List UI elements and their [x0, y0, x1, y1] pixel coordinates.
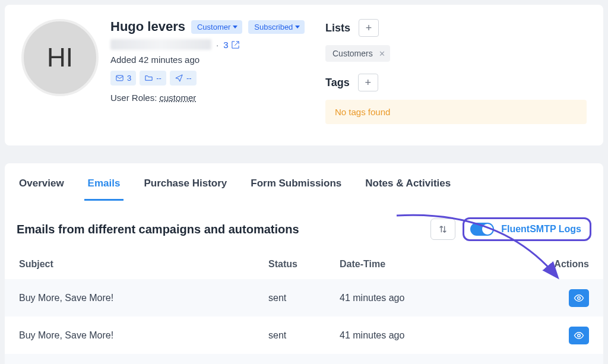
table-row: Buy More, Save More! sent 41 minutes ago	[5, 316, 603, 354]
svg-point-2	[578, 297, 581, 300]
profile-main: Hugo levers Customer Subscribed · 3 Adde…	[110, 19, 314, 124]
svg-point-3	[578, 334, 581, 337]
lists-items: Customers ✕	[325, 45, 587, 62]
stat-pills: 3 -- --	[110, 71, 314, 86]
name-row: Hugo levers Customer Subscribed	[110, 19, 314, 34]
list-chip-label: Customers	[332, 49, 373, 58]
tags-header: Tags +	[325, 74, 587, 91]
external-link[interactable]: 3	[223, 40, 239, 50]
th-status: Status	[268, 259, 340, 270]
tabs-card: Overview Emails Purchase History Form Su…	[5, 163, 603, 364]
table-row: Buy More, Save More! sent 41 minutes ago	[5, 279, 603, 316]
sort-icon	[438, 224, 448, 234]
th-datetime: Date-Time	[340, 259, 506, 270]
th-actions: Actions	[506, 259, 589, 270]
tab-purchase-history[interactable]: Purchase History	[140, 173, 230, 201]
cell-datetime: 41 minutes ago	[340, 293, 506, 303]
contact-type-label: Customer	[197, 23, 230, 31]
view-button[interactable]	[569, 327, 589, 344]
table-row: Welcome to [Your Company] sent 41 minute…	[5, 354, 603, 364]
cell-status: sent	[268, 330, 340, 341]
close-icon[interactable]: ✕	[379, 49, 385, 58]
stat-mail-count: 3	[127, 74, 131, 83]
tab-overview[interactable]: Overview	[15, 173, 68, 201]
user-roles-label: User Roles:	[110, 93, 157, 103]
contact-type-badge[interactable]: Customer	[191, 20, 242, 34]
tab-form-submissions[interactable]: Form Submissions	[247, 173, 345, 201]
list-chip[interactable]: Customers ✕	[325, 45, 390, 62]
fluentsmtp-toggle[interactable]: FluentSMTP Logs	[463, 217, 591, 241]
tab-notes-activities[interactable]: Notes & Activities	[362, 173, 454, 201]
caret-down-icon	[233, 26, 238, 29]
dot-separator: ·	[216, 40, 218, 50]
svg-rect-0	[116, 75, 123, 81]
contact-status-badge[interactable]: Subscribed	[248, 20, 305, 34]
contact-status-label: Subscribed	[254, 23, 293, 31]
cell-status: sent	[268, 293, 340, 303]
toggle-switch-icon	[470, 223, 494, 236]
sort-button[interactable]	[430, 219, 455, 240]
view-button[interactable]	[569, 289, 589, 307]
tabs: Overview Emails Purchase History Form Su…	[5, 163, 603, 201]
send-icon	[175, 74, 183, 83]
add-list-button[interactable]: +	[359, 19, 379, 37]
th-subject: Subject	[19, 259, 268, 270]
lists-header: Lists +	[325, 19, 587, 37]
cell-datetime: 41 minutes ago	[340, 330, 506, 341]
cell-subject: Buy More, Save More!	[19, 293, 268, 303]
folder-icon	[144, 74, 153, 83]
emails-table: Subject Status Date-Time Actions Buy Mor…	[5, 249, 603, 364]
cell-subject: Buy More, Save More!	[19, 330, 268, 341]
emails-controls: FluentSMTP Logs	[430, 217, 591, 241]
meta-row: · 3	[110, 39, 314, 50]
stat-send-count: --	[186, 74, 192, 83]
emails-header: Emails from different campaigns and auto…	[5, 201, 603, 249]
stat-mail[interactable]: 3	[110, 71, 136, 86]
no-tags-notice: No tags found	[325, 100, 587, 124]
blurred-email	[110, 39, 211, 50]
tab-emails[interactable]: Emails	[84, 173, 124, 201]
eye-icon	[574, 330, 584, 341]
side-column: Lists + Customers ✕ Tags + No tags found	[325, 19, 587, 124]
profile-card: HI Hugo levers Customer Subscribed · 3 A…	[5, 5, 603, 145]
emails-title: Emails from different campaigns and auto…	[17, 223, 299, 236]
stat-send[interactable]: --	[170, 71, 197, 86]
fluentsmtp-label: FluentSMTP Logs	[501, 224, 581, 235]
user-roles: User Roles: customer	[110, 93, 314, 103]
add-tag-button[interactable]: +	[358, 74, 378, 91]
avatar-initials: HI	[47, 43, 73, 72]
caret-down-icon	[295, 26, 300, 29]
tags-label: Tags	[325, 77, 350, 89]
external-link-icon	[231, 40, 240, 49]
mail-icon	[115, 74, 124, 83]
table-header: Subject Status Date-Time Actions	[5, 249, 603, 279]
meta-number: 3	[223, 40, 228, 50]
added-text: Added 42 minutes ago	[110, 55, 314, 65]
stat-folder[interactable]: --	[140, 71, 166, 86]
avatar: HI	[21, 19, 99, 96]
eye-icon	[574, 293, 584, 303]
lists-label: Lists	[325, 22, 350, 34]
stat-folder-count: --	[156, 74, 162, 83]
user-role[interactable]: customer	[160, 93, 197, 103]
contact-name: Hugo levers	[110, 19, 185, 34]
